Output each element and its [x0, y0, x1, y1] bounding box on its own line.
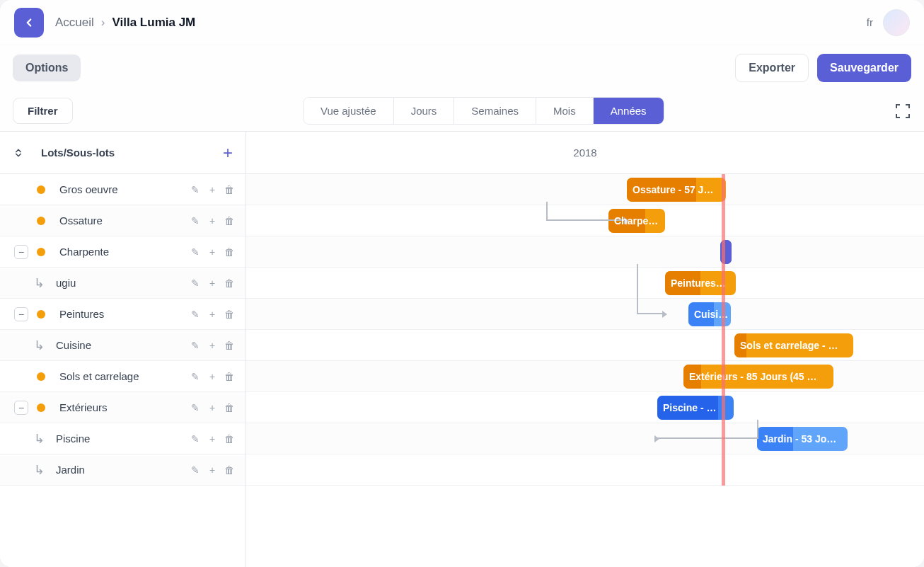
sidebar-row[interactable]: ↳Piscine✎+🗑	[0, 423, 246, 454]
status-dot	[37, 310, 45, 319]
language-selector[interactable]: fr	[867, 16, 873, 28]
gantt-row	[246, 454, 924, 486]
status-dot	[37, 248, 45, 256]
delete-icon[interactable]: 🗑	[223, 371, 236, 382]
edit-icon[interactable]: ✎	[189, 184, 202, 195]
sidebar-row[interactable]: −Peintures✎+🗑	[0, 299, 246, 330]
sidebar-row[interactable]: ↳Cuisine✎+🗑	[0, 330, 246, 361]
gantt-bar-label: Peintures…	[671, 277, 726, 289]
row-actions: ✎+🗑	[189, 277, 236, 289]
breadcrumb-home[interactable]: Accueil	[55, 16, 94, 30]
add-icon[interactable]: +	[206, 184, 219, 195]
gantt-bar[interactable]: Jardin - 53 Jo…	[757, 427, 848, 451]
gantt-bar-label: Extérieurs - 85 Jours (45 …	[689, 371, 817, 382]
row-actions: ✎+🗑	[189, 309, 236, 320]
sidebar-row[interactable]: −Sols et carrelage✎+🗑	[0, 361, 246, 392]
sidebar-row[interactable]: −Extérieurs✎+🗑	[0, 392, 246, 423]
gantt-row: Peintures…	[246, 268, 924, 299]
delete-icon[interactable]: 🗑	[223, 246, 236, 258]
sidebar-row[interactable]: ↳Jardin✎+🗑	[0, 454, 246, 486]
save-button[interactable]: Sauvegarder	[817, 54, 911, 82]
tab-weeks[interactable]: Semaines	[454, 98, 536, 124]
delete-icon[interactable]: 🗑	[223, 464, 236, 476]
tab-months[interactable]: Mois	[536, 98, 594, 124]
tab-years[interactable]: Années	[594, 98, 664, 124]
add-icon[interactable]: +	[206, 371, 219, 382]
gantt-row: Cuisi…	[246, 299, 924, 330]
add-lot-button[interactable]: +	[223, 143, 233, 163]
gantt-row	[246, 236, 924, 268]
edit-icon[interactable]: ✎	[189, 433, 202, 445]
edit-icon[interactable]: ✎	[189, 464, 202, 476]
add-icon[interactable]: +	[206, 277, 219, 289]
row-actions: ✎+🗑	[189, 402, 236, 413]
row-label: Gros oeuvre	[59, 183, 189, 195]
breadcrumb-sep: ›	[101, 16, 105, 30]
collapse-toggle[interactable]: −	[14, 401, 28, 415]
tab-days[interactable]: Jours	[394, 98, 455, 124]
status-dot	[37, 217, 45, 225]
add-icon[interactable]: +	[206, 433, 219, 445]
delete-icon[interactable]: 🗑	[223, 277, 236, 289]
collapse-toggle[interactable]: −	[14, 245, 28, 259]
row-actions: ✎+🗑	[189, 433, 236, 445]
gantt-chart: 2018 Gros oeuvre - 59… Ossature - 57 J…C…	[246, 132, 924, 567]
gantt-bar[interactable]: Peintures…	[665, 271, 736, 295]
child-arrow-icon: ↳	[34, 275, 45, 291]
row-label: Cuisine	[56, 339, 189, 351]
child-arrow-icon: ↳	[34, 431, 45, 447]
sidebar-header: Lots/Sous-lots +	[0, 132, 246, 174]
filter-button[interactable]: Filtrer	[13, 98, 73, 124]
child-arrow-icon: ↳	[34, 462, 45, 478]
add-icon[interactable]: +	[206, 246, 219, 258]
delete-icon[interactable]: 🗑	[223, 309, 236, 320]
delete-icon[interactable]: 🗑	[223, 402, 236, 413]
status-dot	[37, 403, 45, 412]
sidebar-row[interactable]: −Charpente✎+🗑	[0, 236, 246, 268]
sidebar-row[interactable]: ↳ugiu✎+🗑	[0, 268, 246, 299]
dependency-arrow-icon	[654, 435, 659, 442]
gantt-bar[interactable]: Ossature - 57 J…	[627, 178, 726, 202]
delete-icon[interactable]: 🗑	[223, 340, 236, 351]
edit-icon[interactable]: ✎	[189, 402, 202, 413]
add-icon[interactable]: +	[206, 309, 219, 320]
chevron-left-icon	[23, 16, 35, 29]
export-button[interactable]: Exporter	[735, 54, 809, 82]
tab-fit-view[interactable]: Vue ajustée	[304, 98, 394, 124]
sort-icon[interactable]	[13, 147, 24, 159]
row-actions: ✎+🗑	[189, 371, 236, 382]
fullscreen-icon[interactable]	[894, 103, 911, 120]
gantt-bar-label: Charpe…	[614, 215, 658, 227]
gantt-bar-label: Piscine - …	[663, 402, 716, 413]
edit-icon[interactable]: ✎	[189, 309, 202, 320]
collapse-toggle[interactable]: −	[14, 307, 28, 321]
gantt-row: Extérieurs - 85 Jours (45 …	[246, 361, 924, 392]
view-tabs: Vue ajustée Jours Semaines Mois Années	[303, 97, 664, 125]
edit-icon[interactable]: ✎	[189, 277, 202, 289]
row-actions: ✎+🗑	[189, 340, 236, 351]
edit-icon[interactable]: ✎	[189, 340, 202, 351]
add-icon[interactable]: +	[206, 464, 219, 476]
gantt-bar[interactable]: Extérieurs - 85 Jours (45 …	[683, 365, 833, 389]
back-button[interactable]	[14, 8, 44, 38]
edit-icon[interactable]: ✎	[189, 371, 202, 382]
row-actions: ✎+🗑	[189, 464, 236, 476]
add-icon[interactable]: +	[206, 402, 219, 413]
gantt-year-header: 2018	[246, 132, 924, 174]
add-icon[interactable]: +	[206, 340, 219, 351]
sidebar-row[interactable]: −Ossature✎+🗑	[0, 205, 246, 236]
edit-icon[interactable]: ✎	[189, 215, 202, 227]
delete-icon[interactable]: 🗑	[223, 433, 236, 445]
add-icon[interactable]: +	[206, 215, 219, 227]
status-dot	[37, 372, 45, 381]
today-marker: Gros oeuvre - 59…	[722, 174, 725, 486]
edit-icon[interactable]: ✎	[189, 246, 202, 258]
delete-icon[interactable]: 🗑	[223, 184, 236, 195]
row-label: Extérieurs	[59, 401, 189, 413]
sidebar-row[interactable]: −Gros oeuvre✎+🗑	[0, 174, 246, 205]
avatar[interactable]	[883, 9, 910, 36]
gantt-row: Jardin - 53 Jo…	[246, 423, 924, 454]
delete-icon[interactable]: 🗑	[223, 215, 236, 227]
gantt-bar[interactable]: Sols et carrelage - …	[734, 333, 853, 357]
options-button[interactable]: Options	[13, 55, 81, 81]
